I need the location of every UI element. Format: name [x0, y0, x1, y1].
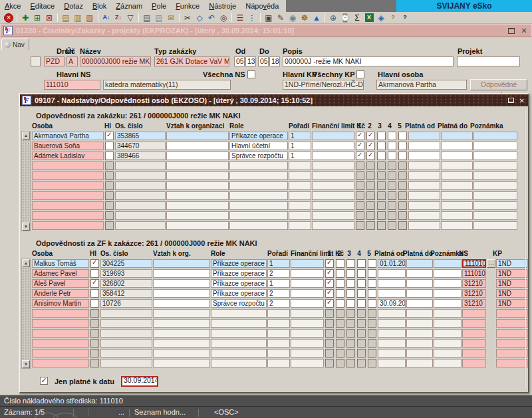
flag-checkbox-3[interactable]	[346, 269, 355, 278]
odpovedne-osoby-button[interactable]: Odpovědné osoby	[470, 79, 527, 90]
cell-od[interactable]	[408, 152, 440, 160]
cell-role[interactable]: Příkazce operace	[211, 279, 267, 288]
modal-close-icon[interactable]: ✕	[519, 97, 525, 104]
cell-osoba[interactable]: Adamec Pavel	[32, 269, 89, 278]
modal-restore-icon[interactable]	[508, 98, 514, 103]
cell-osoba[interactable]: Anderle Petr	[32, 289, 89, 298]
delete-record-icon[interactable]: ⊠	[43, 13, 55, 23]
flag-checkbox-1[interactable]	[325, 259, 334, 268]
cell-ns[interactable]: 111010	[462, 269, 486, 278]
od-month-field[interactable]: 05	[234, 56, 245, 66]
web-doc-icon[interactable]: ◈	[375, 13, 387, 23]
flag-checkbox-1[interactable]	[356, 132, 364, 140]
cell-od[interactable]: 01.01.2014	[378, 259, 406, 268]
hl-checkbox[interactable]	[90, 269, 99, 278]
flag-checkbox-5[interactable]	[398, 132, 407, 140]
flag-checkbox-3[interactable]	[346, 299, 355, 308]
close-window-icon[interactable]: ✕	[519, 27, 529, 35]
ns-lov-button[interactable]: …	[487, 259, 495, 268]
cell-pozn[interactable]	[473, 142, 517, 150]
od-year-field[interactable]: 13	[245, 56, 256, 66]
cell-limit[interactable]	[312, 152, 354, 160]
table2-scrollbar[interactable]: ▲ ▼	[21, 259, 31, 369]
list-values-icon[interactable]: ☰	[234, 13, 246, 23]
cell-od[interactable]: 30.09.2014	[378, 299, 406, 308]
cut-icon[interactable]: ✂	[182, 13, 194, 23]
flag-checkbox-1[interactable]	[356, 142, 364, 150]
hlavni-ns-field[interactable]: 111010	[44, 80, 100, 90]
flag-checkbox-4[interactable]	[388, 132, 396, 140]
menu-item-editace[interactable]: Editace	[25, 1, 59, 11]
cell-poradi[interactable]: 1	[267, 259, 290, 268]
menu-item-záznam[interactable]: Záznam	[111, 1, 147, 11]
flag-checkbox-1[interactable]	[356, 152, 364, 160]
menu-item-akce[interactable]: Akce	[0, 1, 25, 11]
help-icon[interactable]: ?	[399, 13, 411, 23]
flag-checkbox-3[interactable]	[377, 142, 386, 150]
hl-checkbox[interactable]	[90, 299, 99, 308]
ns-nazev-field[interactable]: katedra matematiky(11)	[103, 80, 231, 90]
cell-kp[interactable]: 1ND	[496, 299, 528, 308]
flag-checkbox-2[interactable]	[336, 299, 344, 308]
mail-icon[interactable]: ✉	[165, 13, 177, 23]
cell-ns[interactable]: 31210	[462, 289, 486, 298]
flag-checkbox-1[interactable]	[325, 279, 334, 288]
table1-scrollbar[interactable]: ▲ ▼	[21, 131, 31, 231]
sort-asc-icon[interactable]: A↓	[100, 13, 112, 23]
modal-titlebar[interactable]: F 09107 - Nadstavby/Odpovědnosti osob (E…	[20, 94, 528, 106]
flag-checkbox-4[interactable]	[357, 259, 366, 268]
cell-od[interactable]	[408, 132, 440, 140]
clear-form-icon[interactable]: ▧	[84, 13, 96, 23]
cell-ns[interactable]: 31210	[462, 279, 486, 288]
cell-kp[interactable]: 1ND	[496, 279, 528, 288]
menu-item-blok[interactable]: Blok	[88, 1, 111, 11]
alert-icon[interactable]: ▲	[311, 13, 323, 23]
save-icon[interactable]: ▤	[60, 13, 72, 23]
attach-icon[interactable]: ◇	[194, 13, 205, 23]
flag-checkbox-3[interactable]	[346, 259, 355, 268]
cell-role[interactable]: Příkazce operace	[211, 269, 267, 278]
cell-do[interactable]	[406, 269, 433, 278]
print-icon[interactable]: ▤	[141, 13, 153, 23]
link-icon[interactable]: ⊕	[327, 13, 339, 23]
flag-checkbox-4[interactable]	[357, 289, 366, 298]
note-icon[interactable]: ✎	[275, 13, 287, 23]
cell-cislo[interactable]: 358412	[100, 289, 152, 298]
filter-icon[interactable]: ▽	[124, 13, 136, 23]
cell-do[interactable]	[441, 152, 473, 160]
cell-role[interactable]: Hlavní účetní	[229, 142, 288, 150]
flag-checkbox-5[interactable]	[368, 299, 376, 308]
menu-item-dotaz[interactable]: Dotaz	[59, 1, 88, 11]
vsechny-kp-checkbox[interactable]	[356, 70, 364, 78]
cell-osoba[interactable]: Bauerová Soňa	[32, 142, 104, 150]
cell-osoba[interactable]: Malkus Tomáš	[32, 259, 89, 268]
restore-window-icon[interactable]	[508, 28, 515, 34]
flag-checkbox-1[interactable]	[325, 289, 334, 298]
hlavni-kp-field[interactable]: 1ND-Přímé/Nerozl./HČ-Dot.	[283, 80, 364, 90]
flag-checkbox-2[interactable]	[336, 269, 344, 278]
popis-field[interactable]: 000000J -režie MK NAKI	[283, 56, 454, 66]
cell-cislo[interactable]: 326802	[100, 279, 152, 288]
cell-od[interactable]	[378, 269, 406, 278]
hl-checkbox[interactable]	[105, 132, 114, 140]
cell-role[interactable]: Správce rozpočtu	[211, 299, 267, 308]
cell-limit[interactable]	[312, 132, 354, 140]
sigma-icon[interactable]: Σ	[351, 13, 363, 23]
cell-poradi[interactable]: 2	[267, 269, 290, 278]
undo-icon[interactable]: ↶	[205, 13, 217, 23]
flag-checkbox-4[interactable]	[388, 152, 396, 160]
cell-vztah[interactable]	[153, 269, 210, 278]
cell-osoba[interactable]: Anisimov Martin	[32, 299, 89, 308]
cell-cislo[interactable]: 10726	[100, 299, 152, 308]
cell-osoba[interactable]: Adámek Ladislav	[32, 152, 104, 160]
flag-checkbox-4[interactable]	[357, 279, 366, 288]
scroll-up-icon[interactable]: ▲	[22, 132, 30, 140]
cell-vztah[interactable]	[153, 259, 210, 268]
cell-poradi[interactable]: 2	[267, 299, 290, 308]
do-month-field[interactable]: 05	[258, 56, 269, 66]
vsechna-ns-checkbox[interactable]	[247, 70, 255, 78]
print-preview-icon[interactable]: ▤	[153, 13, 165, 23]
menu-item-pole[interactable]: Pole	[147, 1, 171, 11]
cell-cislo[interactable]: 319693	[100, 269, 152, 278]
menu-item-nápověda[interactable]: Nápověda	[241, 1, 283, 11]
